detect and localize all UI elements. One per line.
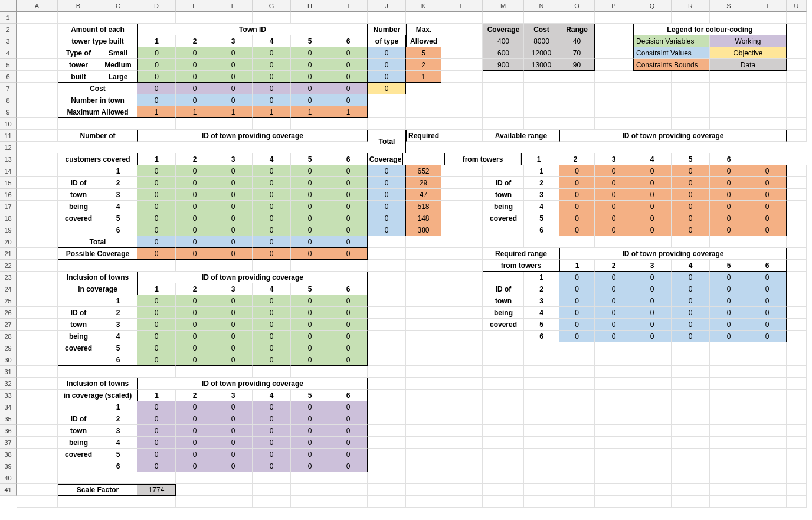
cell-G16[interactable]: 0 (253, 201, 291, 212)
cell-L1[interactable] (441, 12, 483, 24)
cell-A31[interactable] (17, 378, 58, 390)
cell-U7[interactable] (787, 83, 807, 94)
cell-G21[interactable] (253, 260, 291, 272)
cell-I15[interactable]: 0 (329, 189, 368, 201)
cell-L28[interactable] (441, 342, 483, 354)
cell-F3[interactable]: 3 (214, 35, 253, 47)
grid[interactable]: Amount of eachTown IDNumberMax.CoverageC… (17, 12, 807, 508)
cell-P28[interactable] (595, 342, 633, 354)
cell-N25[interactable]: 4 (524, 307, 559, 319)
cell-P39[interactable] (595, 472, 633, 484)
cell-O31[interactable] (559, 378, 595, 390)
cell-T32[interactable] (748, 390, 787, 401)
cell-I5[interactable]: 0 (329, 59, 368, 71)
cell-T27[interactable]: 0 (748, 331, 787, 342)
cell-D38[interactable]: 0 (137, 460, 176, 472)
cell-O23[interactable]: 0 (559, 283, 595, 295)
cell-D11[interactable]: ID of town providing coverage (137, 130, 368, 142)
cell-J15[interactable]: 0 (368, 189, 406, 201)
cell-N39[interactable] (524, 472, 559, 484)
cell-S5[interactable]: Data (710, 59, 787, 71)
cell-M5[interactable]: 900 (483, 59, 524, 71)
cell-U37[interactable] (787, 449, 807, 460)
cell-Q34[interactable] (633, 413, 672, 425)
cell-I35[interactable]: 0 (329, 425, 368, 437)
cell-D18[interactable]: 0 (137, 224, 176, 236)
cell-J24[interactable] (368, 295, 406, 307)
cell-I9[interactable]: 1 (329, 106, 368, 118)
cell-P41[interactable] (595, 496, 633, 508)
cell-R31[interactable] (672, 378, 710, 390)
cell-G14[interactable]: 0 (253, 177, 291, 189)
cell-G20[interactable]: 0 (253, 248, 291, 260)
cell-T30[interactable] (748, 366, 787, 378)
cell-A36[interactable] (17, 437, 58, 449)
col-header-C[interactable]: C (99, 0, 137, 12)
cell-K5[interactable]: 2 (406, 59, 441, 71)
cell-U2[interactable] (787, 24, 807, 35)
cell-L23[interactable] (441, 283, 483, 295)
cell-B23[interactable]: in coverage (58, 283, 137, 295)
cell-I18[interactable]: 0 (329, 224, 368, 236)
cell-D23[interactable]: 1 (137, 283, 176, 295)
cell-M3[interactable]: 400 (483, 35, 524, 47)
cell-H14[interactable]: 0 (291, 177, 329, 189)
cell-L16[interactable] (441, 201, 483, 212)
cell-G33[interactable]: 0 (253, 401, 291, 413)
cell-G15[interactable]: 0 (253, 189, 291, 201)
cell-K1[interactable] (406, 12, 441, 24)
cell-D3[interactable]: 1 (137, 35, 176, 47)
cell-D32[interactable]: 1 (137, 390, 176, 401)
cell-Q21[interactable]: 3 (633, 260, 672, 272)
row-header-20[interactable]: 20 (0, 236, 17, 248)
cell-E18[interactable]: 0 (176, 224, 214, 236)
cell-M34[interactable] (483, 413, 524, 425)
cell-B39[interactable] (58, 472, 99, 484)
cell-H29[interactable]: 0 (291, 354, 329, 366)
cell-G28[interactable]: 0 (253, 342, 291, 354)
cell-H3[interactable]: 5 (291, 35, 329, 47)
cell-D12[interactable]: 1 (137, 153, 176, 165)
cell-B37[interactable]: covered (58, 449, 99, 460)
cell-D37[interactable]: 0 (137, 449, 176, 460)
cell-P1[interactable] (595, 12, 633, 24)
cell-B16[interactable]: being (58, 201, 99, 212)
cell-N36[interactable] (524, 437, 559, 449)
cell-P14[interactable]: 0 (595, 177, 633, 189)
cell-F37[interactable]: 0 (214, 449, 253, 460)
cell-A5[interactable] (17, 59, 58, 71)
cell-B40[interactable]: Scale Factor (58, 484, 137, 496)
cell-K33[interactable] (406, 401, 441, 413)
cell-M35[interactable] (483, 425, 524, 437)
cell-G25[interactable]: 0 (253, 307, 291, 319)
col-header-T[interactable]: T (748, 0, 787, 12)
cell-I17[interactable]: 0 (329, 212, 368, 224)
cell-L26[interactable] (441, 319, 483, 331)
cell-O18[interactable]: 0 (559, 224, 595, 236)
cell-O19[interactable] (559, 236, 595, 248)
cell-M19[interactable] (483, 236, 524, 248)
cell-F36[interactable]: 0 (214, 437, 253, 449)
cell-O20[interactable]: ID of town providing coverage (559, 248, 787, 260)
cell-J4[interactable]: 0 (368, 47, 406, 59)
row-header-21[interactable]: 21 (0, 248, 17, 260)
cell-F15[interactable]: 0 (214, 189, 253, 201)
cell-N7[interactable] (524, 83, 559, 94)
col-header-E[interactable]: E (176, 0, 214, 12)
cell-F29[interactable]: 0 (214, 354, 253, 366)
cell-O14[interactable]: 0 (559, 177, 595, 189)
cell-T18[interactable]: 0 (748, 224, 787, 236)
cell-S23[interactable]: 0 (710, 283, 748, 295)
cell-O39[interactable] (559, 472, 595, 484)
cell-B32[interactable]: in coverage (scaled) (58, 390, 137, 401)
cell-S27[interactable]: 0 (710, 331, 748, 342)
cell-L25[interactable] (441, 307, 483, 319)
cell-P26[interactable]: 0 (595, 319, 633, 331)
cell-O17[interactable]: 0 (559, 212, 595, 224)
col-header-U[interactable]: U (787, 0, 807, 12)
row-header-35[interactable]: 35 (0, 413, 17, 425)
cell-G29[interactable]: 0 (253, 354, 291, 366)
cell-M1[interactable] (483, 12, 524, 24)
cell-Q29[interactable] (633, 354, 672, 366)
cell-R28[interactable] (672, 342, 710, 354)
